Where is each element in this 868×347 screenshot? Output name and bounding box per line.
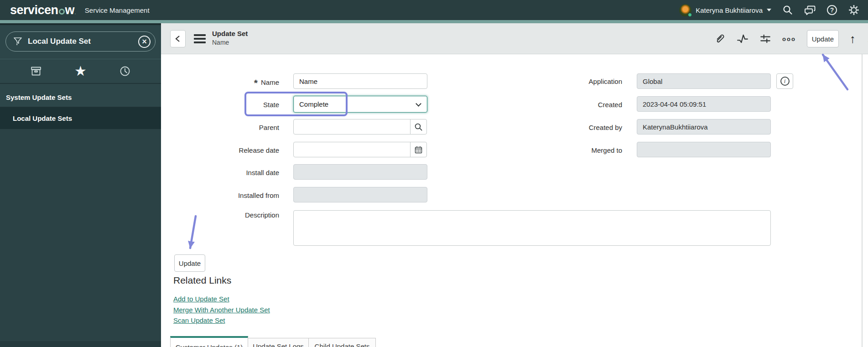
record-title: Update Set bbox=[212, 30, 248, 37]
personalize-form-sliders-icon[interactable] bbox=[759, 33, 771, 45]
application-info-button[interactable]: i bbox=[776, 73, 793, 89]
scrollbar-track[interactable] bbox=[862, 54, 863, 347]
select-chevron-icon bbox=[416, 101, 421, 107]
release-date-label: Release date bbox=[179, 146, 279, 154]
chat-icon[interactable] bbox=[804, 5, 816, 16]
user-name: Kateryna Bukhtiiarova bbox=[696, 6, 763, 14]
more-options-icon[interactable]: ooo bbox=[782, 36, 796, 42]
navigator-filter-input[interactable]: Local Update Set ✕ bbox=[5, 31, 156, 52]
previous-record-arrow-icon[interactable]: ↑ bbox=[850, 33, 856, 45]
state-select[interactable]: Complete bbox=[293, 96, 427, 113]
tab-child-update-sets[interactable]: Child Update Sets bbox=[308, 338, 376, 347]
related-links-heading: Related Links bbox=[173, 275, 231, 286]
help-icon[interactable]: ? bbox=[827, 5, 837, 15]
app-header: servicen w . Service Management Kateryna… bbox=[0, 0, 868, 20]
accent-strip bbox=[0, 20, 868, 23]
sidebar-empty-area bbox=[0, 129, 161, 343]
global-search-icon[interactable] bbox=[782, 5, 793, 16]
servicenow-logo: servicen w . bbox=[10, 3, 76, 17]
install-date-input bbox=[293, 164, 427, 180]
chevron-down-icon bbox=[767, 9, 771, 11]
release-date-input[interactable] bbox=[293, 142, 411, 157]
attachment-paperclip-icon[interactable] bbox=[714, 33, 726, 45]
navigator-filter-value: Local Update Set bbox=[28, 37, 133, 46]
toolbar-update-button[interactable]: Update bbox=[807, 30, 839, 47]
favorites-star-icon[interactable]: ★ bbox=[74, 64, 87, 78]
back-button[interactable] bbox=[170, 30, 186, 47]
form-context-menu-icon[interactable] bbox=[194, 34, 206, 43]
navigator-icon-tabs: ★ bbox=[0, 59, 161, 84]
info-icon: i bbox=[780, 77, 790, 86]
related-lists-tabs: Customer Updates (1) Update Set Logs Chi… bbox=[170, 336, 376, 347]
gear-icon[interactable] bbox=[848, 4, 860, 16]
form-header-toolbar: Update Set Name ooo Update bbox=[161, 23, 868, 54]
avatar[interactable] bbox=[679, 4, 691, 16]
created-input bbox=[637, 96, 771, 112]
form-update-button[interactable]: Update bbox=[174, 254, 205, 272]
record-subtitle: Name bbox=[212, 39, 248, 46]
required-mark: * bbox=[254, 78, 258, 88]
link-add-to-update-set[interactable]: Add to Update Set bbox=[173, 295, 229, 303]
product-name: Service Management bbox=[85, 6, 150, 14]
close-icon: ✕ bbox=[142, 38, 147, 45]
user-menu[interactable]: Kateryna Bukhtiiarova bbox=[679, 4, 771, 16]
history-clock-icon[interactable] bbox=[119, 65, 131, 77]
parent-label: Parent bbox=[179, 124, 279, 131]
presence-dot-icon bbox=[688, 13, 692, 17]
name-label: *Name bbox=[179, 78, 279, 88]
activity-stream-icon[interactable] bbox=[737, 33, 748, 45]
logo-ring-icon bbox=[59, 9, 65, 15]
application-input bbox=[637, 73, 771, 89]
sidebar-item-local-update-sets[interactable]: Local Update Sets bbox=[0, 107, 161, 129]
parent-lookup-button[interactable] bbox=[410, 119, 427, 135]
installed-from-label: Installed from bbox=[179, 192, 279, 199]
install-date-label: Install date bbox=[179, 169, 279, 176]
toolbar-actions: ooo Update ↑ ↓ bbox=[714, 23, 868, 54]
created-by-input bbox=[637, 119, 771, 135]
merged-to-label: Merged to bbox=[522, 146, 622, 154]
description-textarea[interactable] bbox=[293, 210, 771, 246]
calendar-icon bbox=[414, 145, 423, 154]
application-label: Application bbox=[522, 78, 622, 85]
created-label: Created bbox=[522, 101, 622, 109]
release-date-calendar-button[interactable] bbox=[410, 142, 427, 157]
logo-text-1: servicen bbox=[10, 3, 58, 17]
link-merge-with-another-update-set[interactable]: Merge With Another Update Set bbox=[173, 306, 270, 314]
application-navigator: Local Update Set ✕ ★ System Update Sets … bbox=[0, 23, 161, 347]
help-glyph: ? bbox=[830, 6, 834, 14]
sidebar-bottom-strip bbox=[0, 341, 161, 347]
filter-funnel-icon bbox=[13, 36, 22, 47]
installed-from-input bbox=[293, 187, 427, 202]
lookup-search-icon bbox=[414, 123, 423, 131]
main-content: Update Set Name ooo Update bbox=[161, 23, 868, 347]
tab-customer-updates[interactable]: Customer Updates (1) bbox=[170, 336, 248, 347]
link-scan-update-set[interactable]: Scan Update Set bbox=[173, 316, 225, 324]
record-title-block: Update Set Name bbox=[212, 30, 248, 46]
state-selected-value: Complete bbox=[299, 100, 328, 108]
merged-to-input bbox=[637, 142, 771, 157]
all-applications-icon[interactable] bbox=[30, 65, 42, 77]
state-label: State bbox=[179, 101, 279, 109]
tab-update-set-logs[interactable]: Update Set Logs bbox=[248, 338, 309, 347]
parent-input[interactable] bbox=[293, 119, 411, 135]
description-label: Description bbox=[179, 211, 279, 219]
clear-filter-button[interactable]: ✕ bbox=[138, 36, 151, 48]
chevron-left-icon bbox=[174, 35, 182, 43]
logo-trademark: . bbox=[75, 11, 76, 15]
logo-text-2: w bbox=[65, 3, 75, 17]
header-right-cluster: Kateryna Bukhtiiarova ? bbox=[679, 4, 860, 16]
sidebar-section-system-update-sets[interactable]: System Update Sets bbox=[0, 88, 161, 107]
name-input[interactable] bbox=[293, 73, 427, 89]
created-by-label: Created by bbox=[522, 124, 622, 131]
